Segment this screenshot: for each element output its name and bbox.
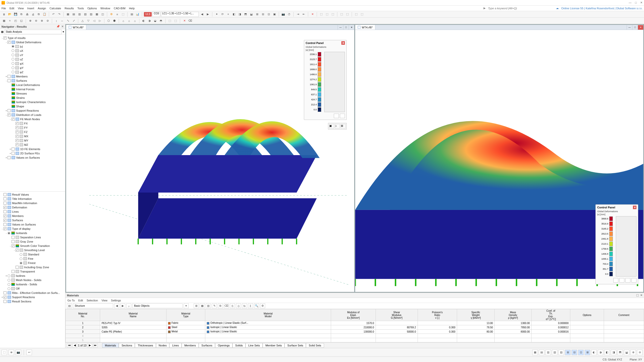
- cp-slider-left[interactable]: [324, 52, 345, 112]
- tree-item[interactable]: +Members: [0, 74, 65, 78]
- layout-4-icon[interactable]: ▧: [83, 12, 88, 17]
- tool-t-icon[interactable]: ⬚: [354, 12, 359, 17]
- mat-tb-h-icon[interactable]: ⧉: [218, 303, 223, 308]
- tree-item[interactable]: Gray Zone: [0, 240, 65, 244]
- materials-tab-surfacesets[interactable]: Surface Sets: [285, 343, 306, 348]
- tool-q-icon[interactable]: ⬚: [330, 12, 335, 17]
- t2-o-icon[interactable]: ⬡: [106, 18, 111, 23]
- tree-item[interactable]: FX: [0, 121, 65, 125]
- bs-r9-icon[interactable]: ⊠: [585, 350, 590, 355]
- tree-item[interactable]: MX: [0, 134, 65, 138]
- tree-item[interactable]: Local Deformations: [0, 83, 65, 87]
- tool-k-icon[interactable]: ▣: [272, 12, 277, 17]
- bs-a-icon[interactable]: ⬚: [2, 350, 7, 355]
- t2-u-icon[interactable]: ◑: [147, 18, 152, 23]
- tree-item[interactable]: -Surfaces: [0, 78, 65, 83]
- paste-icon[interactable]: 📋: [42, 12, 47, 17]
- tree-item[interactable]: Shape: [0, 104, 65, 108]
- menu-tools[interactable]: Tools: [77, 7, 84, 10]
- bs-r11-icon[interactable]: ◑: [598, 350, 603, 355]
- view-close-left[interactable]: ✕: [349, 25, 354, 30]
- tool-h-icon[interactable]: ⊞: [255, 12, 260, 17]
- tree-item[interactable]: Isotropic Characteristics: [0, 100, 65, 104]
- mat-tb-o-icon[interactable]: ⚙: [260, 303, 265, 308]
- mat-tb-k-icon[interactable]: ⎙: [236, 303, 241, 308]
- window-minimize[interactable]: —: [629, 1, 631, 4]
- tree-item[interactable]: Finest: [0, 261, 65, 265]
- mini-c-icon[interactable]: ⊞: [341, 124, 346, 128]
- bs-r12-icon[interactable]: ◧: [604, 350, 610, 355]
- tool-o-icon[interactable]: ⬚: [319, 12, 324, 17]
- materials-tab-members[interactable]: Members: [182, 343, 199, 348]
- t2-d-icon[interactable]: ⊖: [33, 18, 38, 23]
- tool-j-icon[interactable]: ⊡: [266, 12, 271, 17]
- view-close-right[interactable]: ✕: [638, 25, 643, 30]
- materials-table[interactable]: MaterialNo.MaterialNameMaterialTypeMater…: [65, 309, 644, 342]
- mat-tb-n-icon[interactable]: 🔍: [254, 303, 259, 308]
- mat-tb-e-icon[interactable]: ▦: [200, 303, 205, 308]
- tool-n-icon[interactable]: ✕: [310, 12, 315, 17]
- tree-item[interactable]: FY: [0, 125, 65, 130]
- mat-tb-d-icon[interactable]: ⊞: [194, 303, 199, 308]
- layout-7-icon[interactable]: ◫: [100, 12, 105, 17]
- tool-e-icon[interactable]: ◨: [237, 12, 242, 17]
- mat-tb-l-icon[interactable]: fx: [242, 303, 247, 308]
- bs-r8-icon[interactable]: ⊡: [578, 350, 584, 355]
- materials-tab-sections[interactable]: Sections: [119, 343, 135, 348]
- undo-icon[interactable]: ↶: [51, 12, 56, 17]
- menu-edit[interactable]: Edit: [10, 7, 14, 10]
- tree-item[interactable]: -Isobands: [0, 231, 65, 235]
- materials-tab-thicknesses[interactable]: Thicknesses: [135, 343, 156, 348]
- menu-view[interactable]: View: [18, 7, 24, 10]
- tree-item[interactable]: uX: [0, 49, 65, 53]
- tree-item[interactable]: +Values on Surfaces: [0, 155, 65, 160]
- nav-dd-icon[interactable]: ▾: [63, 30, 64, 33]
- tree-item[interactable]: Mesh Nodes - Solids: [0, 278, 65, 282]
- bs-r16-icon[interactable]: ⊕: [630, 350, 636, 355]
- tree-item[interactable]: Members: [0, 214, 65, 218]
- layout-3-icon[interactable]: ▥: [77, 12, 82, 17]
- tool-l-icon[interactable]: ⇥: [295, 12, 300, 17]
- table-icon[interactable]: ▤: [129, 12, 134, 17]
- tree-item[interactable]: Lines: [0, 210, 65, 214]
- calc-icon[interactable]: ⚙: [109, 12, 114, 17]
- tree-item[interactable]: -Smooth Color Transition: [0, 244, 65, 248]
- tree-item[interactable]: Title Information: [0, 197, 65, 201]
- view-min-right[interactable]: —: [627, 25, 632, 30]
- bs-r7-icon[interactable]: ⊟: [572, 350, 577, 355]
- tree-item[interactable]: FZ: [0, 130, 65, 134]
- t2-w-icon[interactable]: ◓: [158, 18, 164, 23]
- cp-foot-b-icon[interactable]: [340, 114, 345, 118]
- tree-item[interactable]: Result Values: [0, 193, 65, 197]
- bs-r10-icon[interactable]: ◐: [591, 350, 597, 355]
- tree-item[interactable]: Transparent: [0, 269, 65, 274]
- menu-calculate[interactable]: Calculate: [50, 7, 61, 10]
- tool-r-icon[interactable]: ⬚: [339, 12, 344, 17]
- tool-f-icon[interactable]: ⬒: [243, 12, 248, 17]
- tree-item[interactable]: Isobands - Solids: [0, 282, 65, 287]
- tree-item[interactable]: Off: [0, 287, 65, 291]
- window-maximize[interactable]: □: [635, 1, 637, 4]
- tool-m-icon[interactable]: ⇤: [301, 12, 306, 17]
- mat-tb-a-icon[interactable]: ▤: [67, 303, 72, 308]
- tool-i-icon[interactable]: ⊟: [260, 12, 265, 17]
- tree-item[interactable]: +Support Reactions: [0, 295, 65, 299]
- tree-item[interactable]: -Distribution of Loads: [0, 113, 65, 117]
- materials-tab-membersets[interactable]: Member Sets: [263, 343, 285, 348]
- bs-r1-icon[interactable]: ▦: [532, 350, 538, 355]
- t2-m-icon[interactable]: ◁: [92, 18, 97, 23]
- tree-item[interactable]: Stresses: [0, 91, 65, 96]
- tool-u-icon[interactable]: ⬚: [359, 12, 365, 17]
- t2-y-icon[interactable]: ⬚: [173, 18, 178, 23]
- tree-item[interactable]: Surfaces: [0, 218, 65, 222]
- grid-icon[interactable]: ▦: [2, 18, 7, 23]
- save-icon[interactable]: 💾: [13, 12, 18, 17]
- t2-i-icon[interactable]: ⤡: [65, 18, 70, 23]
- view-tab-left[interactable]: WT4.rf6*: [66, 25, 86, 30]
- table-row[interactable]: 1PES-PVC Typ IVFabricOrthotropic | Linea…: [66, 321, 644, 325]
- materials-menu-edit[interactable]: Edit: [78, 299, 83, 302]
- new-file-icon[interactable]: 🗎: [2, 12, 7, 17]
- layout-5-icon[interactable]: ▨: [89, 12, 94, 17]
- mat-tb-j-icon[interactable]: ⎘: [230, 303, 235, 308]
- t2-f-icon[interactable]: ⊘: [45, 18, 50, 23]
